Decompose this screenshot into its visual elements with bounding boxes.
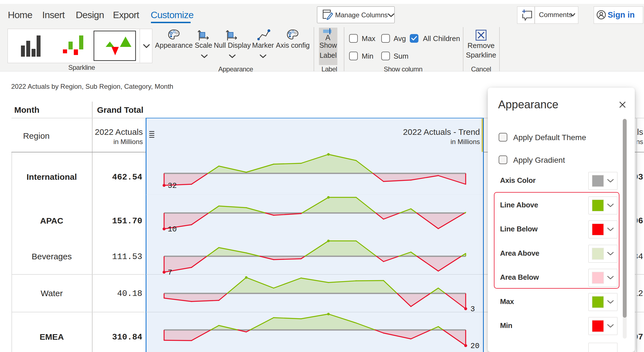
- svg-text:32: 32: [168, 182, 177, 190]
- svg-text:3: 3: [470, 305, 475, 313]
- svg-text:10: 10: [168, 225, 177, 234]
- svg-text:20: 20: [470, 342, 479, 350]
- svg-text:7: 7: [168, 269, 172, 277]
